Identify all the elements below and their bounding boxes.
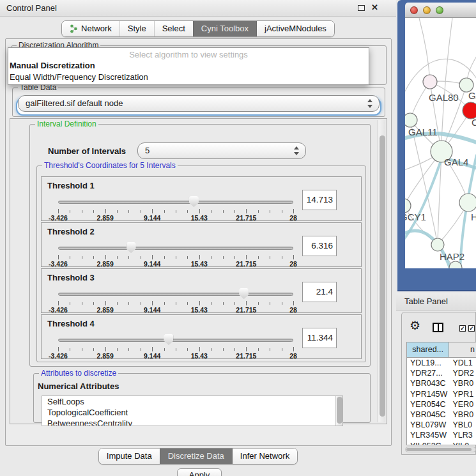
tab-label: Infer Network (240, 451, 289, 461)
cell-name[interactable]: YLR3 (449, 430, 476, 440)
tab-style[interactable]: Style (119, 21, 154, 36)
network-edge[interactable] (441, 18, 452, 141)
attribute-list-item[interactable]: BetweennessCentrality (42, 418, 342, 426)
node-table[interactable]: shared... n YDL19...YDL1YDR27...YDR2YBR0… (406, 342, 476, 445)
cell-shared-name[interactable]: YBR043C (407, 378, 449, 388)
threshold-value-field[interactable]: 6.316 (302, 236, 337, 256)
cell-shared-name[interactable]: YBR045C (407, 410, 449, 420)
network-node[interactable] (459, 194, 476, 211)
network-canvas[interactable]: GAL80GACGAL11GAL4GCY1HHAP2 (405, 18, 476, 268)
threshold-value-field[interactable]: 21.4 (302, 282, 337, 302)
scale-label: 28 (289, 306, 297, 314)
number-of-intervals-select[interactable]: 5 (137, 142, 306, 159)
slider-thumb[interactable] (127, 242, 136, 253)
table-row[interactable]: YPR145WYPR1 (407, 389, 476, 399)
scrollbar-thumb[interactable] (380, 135, 385, 417)
cell-shared-name[interactable]: YPR145W (407, 389, 449, 399)
table-row[interactable]: YBR045CYBR0 (407, 410, 476, 420)
column-header-shared-name[interactable]: shared... (407, 342, 449, 357)
threshold-slider[interactable]: -3.4262.8599.14415.4321.71528 (58, 288, 293, 312)
table-row[interactable]: YLR345WYLR3 (407, 430, 476, 440)
network-node[interactable] (431, 238, 444, 251)
cell-name[interactable]: YPR1 (449, 389, 476, 399)
attribute-list-item[interactable]: TopologicalCoefficient (42, 407, 342, 418)
table-row[interactable]: YER054CYER0 (407, 399, 476, 410)
threshold-slider[interactable]: -3.4262.8599.14415.4321.71528 (58, 196, 293, 220)
scale-label: 15.43 (191, 352, 208, 360)
slider-thumb[interactable] (189, 196, 199, 207)
split-columns-icon[interactable] (433, 323, 443, 332)
tick-mark (258, 256, 259, 259)
number-of-intervals-value: 5 (145, 146, 150, 155)
table-row[interactable]: YBL079WYBL0 (407, 420, 476, 430)
threshold-slider[interactable]: -3.4262.8599.14415.4321.71528 (58, 334, 293, 358)
table-row[interactable]: YDR27...YDR2 (407, 368, 476, 378)
column-header-name[interactable]: n (449, 342, 476, 357)
cell-name[interactable]: YIL0 (449, 441, 476, 446)
table-hscrollbar[interactable] (405, 447, 476, 452)
slider-track[interactable] (58, 339, 293, 342)
cell-name[interactable]: YBL0 (449, 420, 476, 430)
apply-button[interactable]: Apply (177, 468, 222, 476)
tab-discretize-data[interactable]: Discretize Data (160, 449, 232, 464)
network-edge[interactable] (419, 18, 430, 82)
tab-label: Cyni Toolbox (201, 24, 249, 33)
close-icon[interactable]: ✕ (371, 3, 378, 12)
cell-name[interactable]: YDR2 (449, 368, 476, 378)
table-data-select[interactable]: galFiltered.sif default node (18, 95, 380, 112)
slider-thumb[interactable] (164, 334, 173, 345)
tab-cyni-toolbox[interactable]: Cyni Toolbox (193, 21, 256, 36)
zoom-traffic-light-icon[interactable] (436, 6, 443, 14)
tab-select[interactable]: Select (154, 21, 193, 36)
table-row[interactable]: YDL19...YDL1 (407, 358, 476, 368)
table-row[interactable]: YIL052CYIL0 (407, 441, 476, 446)
cell-name[interactable]: YDL1 (449, 358, 476, 368)
threshold-value-field[interactable]: 14.713 (302, 190, 337, 210)
minimize-traffic-light-icon[interactable] (423, 6, 431, 14)
slider-track[interactable] (58, 293, 293, 296)
tab-jactivemnodules[interactable]: jActiveMNodules (256, 21, 334, 36)
slider-track[interactable] (58, 201, 293, 204)
attributes-group: Attributes to discretize Numerical Attri… (33, 373, 371, 423)
dropdown-option-equal-width[interactable]: Equal Width/Frequency Discretization (8, 72, 369, 83)
tick-mark (58, 209, 59, 213)
network-node[interactable] (405, 199, 411, 213)
panel-scrollbar[interactable] (378, 120, 385, 422)
close-traffic-light-icon[interactable] (410, 6, 418, 14)
cell-name[interactable]: YBR0 (449, 378, 476, 388)
threshold-slider[interactable]: -3.4262.8599.14415.4321.71528 (58, 242, 293, 266)
threshold-value-field[interactable]: 11.344 (302, 328, 337, 348)
scrollbar-thumb[interactable] (337, 397, 342, 424)
tab-impute-data[interactable]: Impute Data (99, 449, 160, 464)
list-scrollbar[interactable] (335, 396, 342, 426)
gear-icon[interactable]: ⚙ (410, 319, 420, 332)
tick-mark (117, 348, 118, 351)
network-node[interactable] (405, 113, 417, 127)
tick-mark (234, 210, 235, 213)
cell-shared-name[interactable]: YDL19... (407, 358, 449, 368)
scrollbar-thumb[interactable] (406, 448, 472, 451)
attribute-list-item[interactable]: SelfLoops (42, 396, 342, 407)
float-window-icon[interactable] (358, 5, 365, 11)
cell-shared-name[interactable]: YLR345W (407, 430, 449, 440)
cell-name[interactable]: YBR0 (449, 410, 476, 420)
network-window-titlebar[interactable] (405, 3, 476, 18)
dropdown-option-manual[interactable]: Manual Discretization (8, 60, 369, 72)
table-row[interactable]: YBR043CYBR0 (407, 378, 476, 388)
scale-label: 2.859 (96, 214, 113, 222)
network-node[interactable] (423, 75, 437, 89)
checkbox-icon[interactable]: ✓ (468, 325, 475, 332)
checkbox-icon[interactable]: ✓ (459, 325, 466, 332)
cell-name[interactable]: YER0 (449, 399, 476, 410)
slider-track[interactable] (58, 247, 293, 250)
cell-shared-name[interactable]: YER054C (407, 399, 449, 410)
slider-thumb[interactable] (239, 288, 249, 299)
cell-shared-name[interactable]: YIL052C (407, 441, 449, 446)
network-edge-thick[interactable] (405, 231, 451, 268)
tab-network[interactable]: Network (62, 21, 119, 36)
cell-shared-name[interactable]: YDR27... (407, 368, 449, 378)
tick-mark (152, 209, 153, 213)
cell-shared-name[interactable]: YBL079W (407, 420, 449, 430)
numerical-attributes-list[interactable]: SelfLoopsTopologicalCoefficientBetweenne… (42, 395, 343, 426)
tab-infer-network[interactable]: Infer Network (232, 449, 297, 464)
